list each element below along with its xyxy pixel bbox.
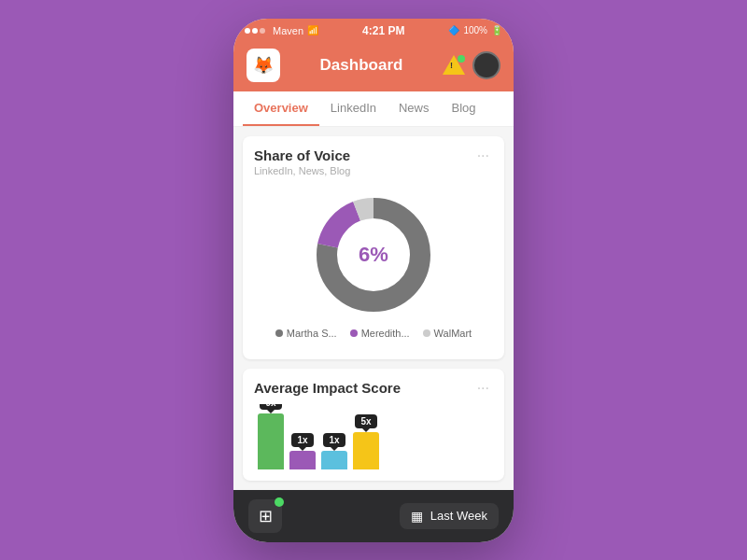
signal-dot-3 xyxy=(260,28,265,34)
impact-card-menu-button[interactable]: ··· xyxy=(473,380,493,397)
app-header: 🦊 Dashboard xyxy=(233,43,514,91)
avatar[interactable] xyxy=(472,51,500,79)
status-bar: Maven 📶 4:21 PM 🔷 100% 🔋 xyxy=(233,19,514,43)
time-display: 4:21 PM xyxy=(362,24,404,37)
notification-badge xyxy=(458,55,465,63)
logo-emoji: 🦊 xyxy=(253,55,274,76)
phone-frame: Maven 📶 4:21 PM 🔷 100% 🔋 🦊 Dashboard Ove… xyxy=(233,19,514,542)
bar-group-1: 1x xyxy=(289,433,316,469)
content-area: Share of Voice LinkedIn, News, Blog ··· xyxy=(233,127,514,490)
carrier-label: Maven xyxy=(273,25,303,36)
status-right: 🔷 100% 🔋 xyxy=(448,25,502,35)
tab-blog[interactable]: Blog xyxy=(441,91,487,126)
legend-label-martha: Martha S... xyxy=(287,328,337,339)
add-button[interactable]: ⊞ xyxy=(248,499,282,533)
wifi-icon: 📶 xyxy=(307,25,318,35)
card-title-group: Share of Voice LinkedIn, News, Blog xyxy=(254,147,350,176)
signal-dot-2 xyxy=(252,28,258,34)
legend: Martha S... Meredith... WalMart xyxy=(275,328,472,339)
battery-icon: 🔋 xyxy=(491,25,502,35)
bar-chart-preview: 9x 1x 1x 5x xyxy=(254,404,493,469)
bar-0 xyxy=(258,413,284,469)
donut-chart: 6% xyxy=(308,189,439,320)
period-icon: ▦ xyxy=(411,509,423,524)
add-button-badge xyxy=(275,497,284,507)
legend-label-meredith: Meredith... xyxy=(361,328,410,339)
status-left: Maven 📶 xyxy=(245,25,318,36)
impact-card-title: Average Impact Score xyxy=(254,380,401,396)
period-selector[interactable]: ▦ Last Week xyxy=(400,503,499,529)
legend-label-walmart: WalMart xyxy=(434,328,472,339)
bar-tooltip-2: 1x xyxy=(323,433,345,447)
bar-tooltip-0: 9x xyxy=(260,404,281,410)
header-icons xyxy=(443,51,500,79)
period-label: Last Week xyxy=(430,509,487,523)
bar-tooltip-3: 5x xyxy=(355,414,376,428)
bar-tooltip-1: 1x xyxy=(291,433,313,447)
card-title: Share of Voice xyxy=(254,147,350,163)
donut-container: 6% Martha S... Meredith... WalMart xyxy=(254,180,493,348)
add-icon: ⊞ xyxy=(259,506,273,526)
bottom-toolbar: ⊞ ▦ Last Week xyxy=(233,490,514,542)
legend-item-walmart: WalMart xyxy=(423,328,472,339)
signal-dot-1 xyxy=(245,28,250,34)
nav-tabs: Overview LinkedIn News Blog xyxy=(233,91,514,127)
impact-card-header: Average Impact Score ··· xyxy=(254,380,493,397)
tab-news[interactable]: News xyxy=(388,91,441,126)
legend-item-meredith: Meredith... xyxy=(350,328,410,339)
tab-linkedin[interactable]: LinkedIn xyxy=(319,91,388,126)
bar-group-2: 1x xyxy=(321,433,347,469)
card-menu-button[interactable]: ··· xyxy=(473,147,493,164)
share-of-voice-card: Share of Voice LinkedIn, News, Blog ··· xyxy=(243,136,504,359)
header-title: Dashboard xyxy=(320,56,403,75)
bar-group-3: 5x xyxy=(353,414,379,469)
battery-label: 100% xyxy=(463,25,487,35)
tab-overview[interactable]: Overview xyxy=(243,91,319,126)
signal-dots xyxy=(245,28,265,34)
bar-group-0: 9x xyxy=(258,404,284,469)
bluetooth-icon: 🔷 xyxy=(448,25,459,35)
legend-item-martha: Martha S... xyxy=(275,328,337,339)
app-logo: 🦊 xyxy=(247,49,280,82)
card-header: Share of Voice LinkedIn, News, Blog ··· xyxy=(254,147,493,176)
bar-3 xyxy=(353,432,379,469)
card-subtitle: LinkedIn, News, Blog xyxy=(254,165,350,176)
warning-container xyxy=(443,55,465,75)
donut-center-value: 6% xyxy=(359,243,388,267)
legend-dot-martha xyxy=(275,329,283,337)
average-impact-card: Average Impact Score ··· 9x 1x 1x xyxy=(243,369,504,481)
legend-dot-meredith xyxy=(350,329,358,337)
legend-dot-walmart xyxy=(423,329,430,337)
